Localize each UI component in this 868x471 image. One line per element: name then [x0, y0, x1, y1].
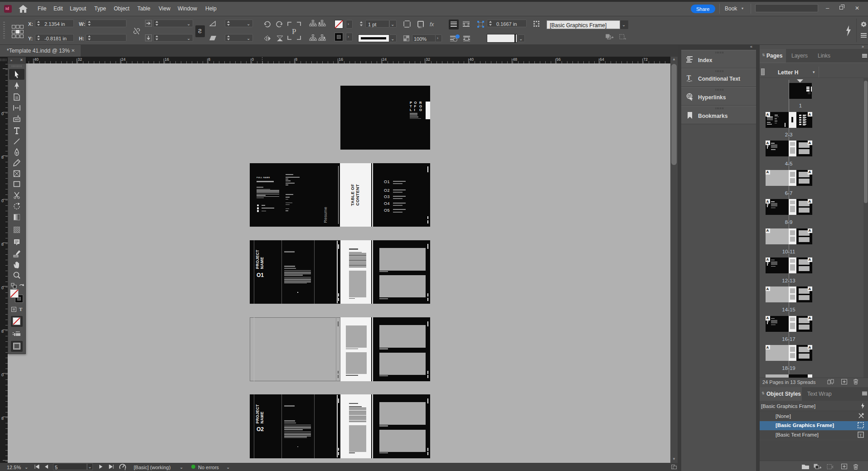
svg-text:T: T — [859, 433, 862, 437]
svg-text:P: P — [292, 27, 296, 36]
svg-text:T: T — [687, 74, 691, 81]
